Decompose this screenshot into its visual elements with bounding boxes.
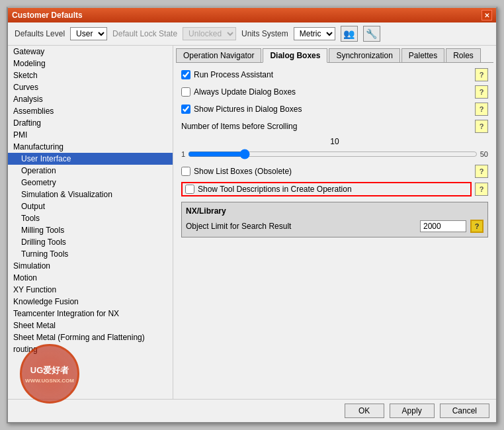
tab-content: Run Process Assistant ? Always Update Di… xyxy=(176,63,493,396)
sidebar-item-simulation-visualization[interactable]: Simulation & Visualization xyxy=(8,189,173,200)
sidebar-item-output[interactable]: Output xyxy=(8,200,173,212)
tab-operation-navigator[interactable]: Operation Navigator xyxy=(176,48,261,62)
show-list-boxes-help[interactable]: ? xyxy=(475,165,488,178)
defaults-level-label: Defaults Level xyxy=(15,29,65,38)
watermark-main: UG爱好者 xyxy=(30,365,69,376)
scrolling-help[interactable]: ? xyxy=(475,120,488,133)
nx-library-title: NX/Library xyxy=(186,206,483,216)
sidebar-item-sheet-metal[interactable]: Sheet Metal xyxy=(8,320,173,331)
sidebar-item-teamcenter-integration[interactable]: Teamcenter Integration for NX xyxy=(8,308,173,320)
sidebar-item-sheet-metal-forming[interactable]: Sheet Metal (Forming and Flattening) xyxy=(8,331,173,343)
sidebar-item-curves[interactable]: Curves xyxy=(8,81,173,93)
run-process-assistant-checkbox[interactable] xyxy=(181,70,190,79)
watermark-sub: WWW.UGSNX.COM xyxy=(25,378,74,384)
right-panel: Operation Navigator Dialog Boxes Synchro… xyxy=(173,46,496,399)
sidebar-item-geometry[interactable]: Geometry xyxy=(8,177,173,189)
slider-container: 1 50 xyxy=(181,149,488,159)
close-button[interactable]: ✕ xyxy=(482,10,492,21)
watermark: UG爱好者 WWW.UGSNX.COM xyxy=(20,344,79,404)
always-update-label: Always Update Dialog Boxes xyxy=(194,87,472,97)
toolbar: Defaults Level User Default Lock State U… xyxy=(8,22,496,46)
scrolling-label: Number of Items before Scrolling xyxy=(181,122,297,131)
run-process-assistant-row: Run Process Assistant ? xyxy=(181,68,488,81)
always-update-help[interactable]: ? xyxy=(475,85,488,99)
sidebar-item-turning-tools[interactable]: Turning Tools xyxy=(8,248,173,260)
show-pictures-checkbox[interactable] xyxy=(181,105,190,114)
object-limit-input[interactable] xyxy=(420,220,466,232)
main-content: GatewayModelingSketchCurvesAnalysisAssem… xyxy=(8,46,496,399)
sidebar-item-user-interface[interactable]: User Interface xyxy=(8,153,173,165)
always-update-checkbox[interactable] xyxy=(181,87,190,97)
main-window: Customer Defaults ✕ Defaults Level User … xyxy=(7,7,497,423)
apply-button[interactable]: Apply xyxy=(390,404,435,418)
lock-state-label: Default Lock State xyxy=(112,29,177,38)
always-update-row: Always Update Dialog Boxes ? xyxy=(181,85,488,99)
show-tool-descriptions-help[interactable]: ? xyxy=(475,183,488,196)
units-system-select[interactable]: Metric xyxy=(294,27,335,40)
scrolling-label-row: Number of Items before Scrolling ? xyxy=(181,120,488,133)
tab-roles[interactable]: Roles xyxy=(446,48,481,62)
show-pictures-label: Show Pictures in Dialog Boxes xyxy=(194,105,472,114)
show-tool-descriptions-row: Show Tool Descriptions in Create Operati… xyxy=(181,182,488,196)
sidebar-item-operation[interactable]: Operation xyxy=(8,165,173,177)
bottom-bar: OK Apply Cancel xyxy=(8,399,496,422)
ok-button[interactable]: OK xyxy=(345,404,384,418)
object-limit-help[interactable]: ? xyxy=(470,220,483,233)
sidebar-item-simulation[interactable]: Simulation xyxy=(8,260,173,272)
show-pictures-help[interactable]: ? xyxy=(475,103,488,116)
sidebar-item-assemblies[interactable]: Assemblies xyxy=(8,105,173,117)
sidebar-list: GatewayModelingSketchCurvesAnalysisAssem… xyxy=(8,46,173,355)
show-pictures-row: Show Pictures in Dialog Boxes ? xyxy=(181,103,488,116)
sidebar-item-analysis[interactable]: Analysis xyxy=(8,93,173,105)
run-process-assistant-label: Run Process Assistant xyxy=(194,70,472,79)
settings-icon-button[interactable]: 🔧 xyxy=(363,26,380,42)
sidebar-item-modeling[interactable]: Modeling xyxy=(8,58,173,69)
tab-synchronization[interactable]: Synchronization xyxy=(329,48,399,62)
sidebar-item-motion[interactable]: Motion xyxy=(8,272,173,284)
users-icon: 👥 xyxy=(343,28,355,39)
tab-dialog-boxes[interactable]: Dialog Boxes xyxy=(263,48,327,63)
sidebar-item-manufacturing[interactable]: Manufacturing xyxy=(8,141,173,153)
title-bar: Customer Defaults ✕ xyxy=(8,8,496,22)
show-list-boxes-label: Show List Boxes (Obsolete) xyxy=(194,167,472,176)
lock-state-select[interactable]: Unlocked xyxy=(183,27,236,40)
sidebar-item-tools[interactable]: Tools xyxy=(8,212,173,224)
show-tool-descriptions-checkbox[interactable] xyxy=(185,185,194,194)
tab-bar: Operation Navigator Dialog Boxes Synchro… xyxy=(176,48,493,63)
nx-library-section: NX/Library Object Limit for Search Resul… xyxy=(181,202,488,237)
window-title: Customer Defaults xyxy=(12,11,83,20)
cancel-button[interactable]: Cancel xyxy=(440,404,489,418)
show-list-boxes-row: Show List Boxes (Obsolete) ? xyxy=(181,165,488,178)
show-tool-descriptions-label: Show Tool Descriptions in Create Operati… xyxy=(198,185,468,194)
tab-palettes[interactable]: Palettes xyxy=(401,48,444,62)
sidebar-item-gateway[interactable]: Gateway xyxy=(8,46,173,58)
settings-icon: 🔧 xyxy=(366,28,377,39)
units-system-label: Units System xyxy=(241,29,288,38)
scrolling-slider[interactable] xyxy=(188,149,478,159)
sidebar-item-pmi[interactable]: PMI xyxy=(8,129,173,141)
sidebar-item-knowledge-fusion[interactable]: Knowledge Fusion xyxy=(8,296,173,308)
sidebar-item-xy-function[interactable]: XY Function xyxy=(8,284,173,296)
sidebar-item-drafting[interactable]: Drafting xyxy=(8,117,173,129)
nx-library-row: Object Limit for Search Result ? xyxy=(186,220,483,233)
defaults-level-select[interactable]: User xyxy=(70,27,107,40)
scroll-value: 10 xyxy=(181,137,488,146)
sidebar-item-drilling-tools[interactable]: Drilling Tools xyxy=(8,236,173,248)
object-limit-label: Object Limit for Search Result xyxy=(186,222,416,231)
sidebar: GatewayModelingSketchCurvesAnalysisAssem… xyxy=(8,46,173,399)
run-process-assistant-help[interactable]: ? xyxy=(475,68,488,81)
show-tool-descriptions-border: Show Tool Descriptions in Create Operati… xyxy=(181,182,472,196)
slider-min: 1 xyxy=(181,150,185,158)
scrolling-section: Number of Items before Scrolling ? 10 1 … xyxy=(181,120,488,159)
users-icon-button[interactable]: 👥 xyxy=(341,26,358,42)
slider-max: 50 xyxy=(480,150,488,158)
sidebar-item-milling-tools[interactable]: Milling Tools xyxy=(8,224,173,236)
show-list-boxes-checkbox[interactable] xyxy=(181,167,190,176)
sidebar-item-sketch[interactable]: Sketch xyxy=(8,69,173,81)
